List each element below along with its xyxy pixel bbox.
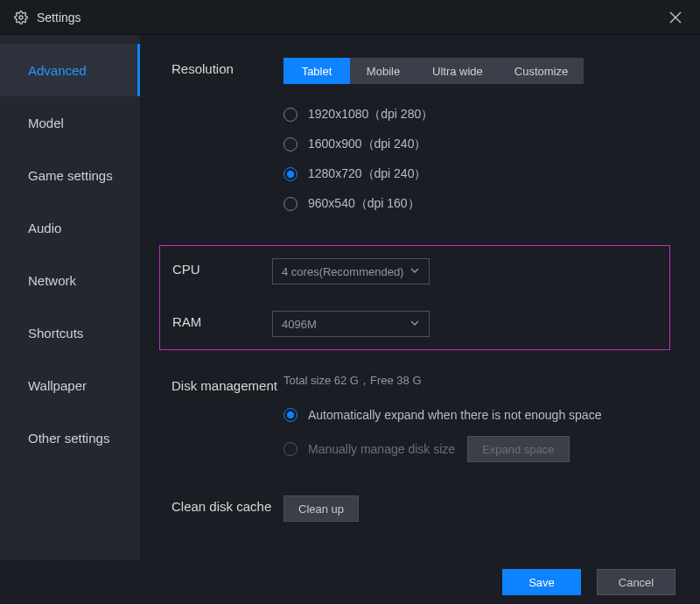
sidebar-item-network[interactable]: Network xyxy=(0,254,140,306)
select-value: 4096M xyxy=(282,318,317,331)
resolution-option-960x540[interactable]: 960x540（dpi 160） xyxy=(284,189,670,219)
radio-icon xyxy=(284,137,298,151)
expand-space-button: Expand space xyxy=(467,436,569,462)
resolution-option-1600x900[interactable]: 1600x900（dpi 240） xyxy=(284,130,670,159)
resolution-tab-ultrawide[interactable]: Ultra wide xyxy=(416,58,499,84)
radio-icon xyxy=(284,408,298,422)
title-bar: Settings xyxy=(0,0,700,35)
footer: Save Cancel xyxy=(0,560,700,604)
sidebar-item-other-settings[interactable]: Other settings xyxy=(0,411,140,464)
sidebar-item-shortcuts[interactable]: Shortcuts xyxy=(0,306,140,359)
chevron-down-icon xyxy=(410,265,420,278)
sidebar-item-label: Advanced xyxy=(28,63,87,78)
sidebar-item-label: Wallpaper xyxy=(28,378,87,393)
resolution-tab-mobile[interactable]: Mobile xyxy=(350,58,416,84)
ram-label: RAM xyxy=(172,311,272,337)
gear-icon xyxy=(14,11,28,25)
sidebar-item-advanced[interactable]: Advanced xyxy=(0,44,140,96)
radio-label: Manually manage disk size xyxy=(308,442,455,456)
resolution-option-1920x1080[interactable]: 1920x1080（dpi 280） xyxy=(284,100,670,130)
save-button[interactable]: Save xyxy=(502,569,581,595)
radio-icon xyxy=(284,197,298,211)
disk-option-manual[interactable]: Manually manage disk size Expand space xyxy=(284,429,670,469)
sidebar: Advanced Model Game settings Audio Netwo… xyxy=(0,35,140,560)
radio-icon xyxy=(284,442,298,456)
clean-disk-label: Clean disk cache xyxy=(172,495,284,522)
sidebar-item-label: Model xyxy=(28,116,64,130)
window-title: Settings xyxy=(37,11,81,25)
cpu-ram-highlight: CPU 4 cores(Recommended) RAM 4096M xyxy=(159,245,670,350)
radio-label: 1920x1080（dpi 280） xyxy=(308,107,433,123)
sidebar-item-wallpaper[interactable]: Wallpaper xyxy=(0,359,140,411)
radio-label: 960x540（dpi 160） xyxy=(308,196,420,212)
chevron-down-icon xyxy=(410,318,420,331)
cancel-button[interactable]: Cancel xyxy=(597,569,676,595)
svg-point-0 xyxy=(19,16,23,19)
sidebar-item-label: Shortcuts xyxy=(28,326,83,341)
content-panel: Resolution Tablet Mobile Ultra wide Cust… xyxy=(140,35,700,560)
sidebar-item-audio[interactable]: Audio xyxy=(0,201,140,254)
disk-option-auto[interactable]: Automatically expand when there is not e… xyxy=(284,401,670,429)
sidebar-item-label: Network xyxy=(28,273,76,288)
radio-icon xyxy=(284,108,298,122)
radio-label: Automatically expand when there is not e… xyxy=(308,408,601,422)
ram-select[interactable]: 4096M xyxy=(272,311,430,337)
cpu-select[interactable]: 4 cores(Recommended) xyxy=(272,258,430,284)
resolution-options: 1920x1080（dpi 280） 1600x900（dpi 240） 128… xyxy=(284,100,670,219)
clean-up-button[interactable]: Clean up xyxy=(284,495,359,522)
radio-label: 1600x900（dpi 240） xyxy=(308,137,426,152)
sidebar-item-game-settings[interactable]: Game settings xyxy=(0,149,140,201)
radio-label: 1280x720（dpi 240） xyxy=(308,166,426,182)
close-button[interactable] xyxy=(665,7,686,28)
sidebar-item-label: Game settings xyxy=(28,168,113,183)
disk-management-label: Disk management xyxy=(172,373,284,469)
resolution-tab-group: Tablet Mobile Ultra wide Customize xyxy=(284,58,584,84)
sidebar-item-label: Audio xyxy=(28,221,61,235)
radio-icon xyxy=(284,167,298,181)
resolution-option-1280x720[interactable]: 1280x720（dpi 240） xyxy=(284,159,670,189)
cpu-label: CPU xyxy=(172,258,272,284)
resolution-tab-customize[interactable]: Customize xyxy=(499,58,584,84)
sidebar-item-model[interactable]: Model xyxy=(0,96,140,149)
resolution-label: Resolution xyxy=(172,58,284,219)
disk-status-text: Total size 62 G，Free 38 G xyxy=(284,373,670,389)
resolution-tab-tablet[interactable]: Tablet xyxy=(284,58,350,84)
select-value: 4 cores(Recommended) xyxy=(282,265,403,278)
sidebar-item-label: Other settings xyxy=(28,431,109,446)
